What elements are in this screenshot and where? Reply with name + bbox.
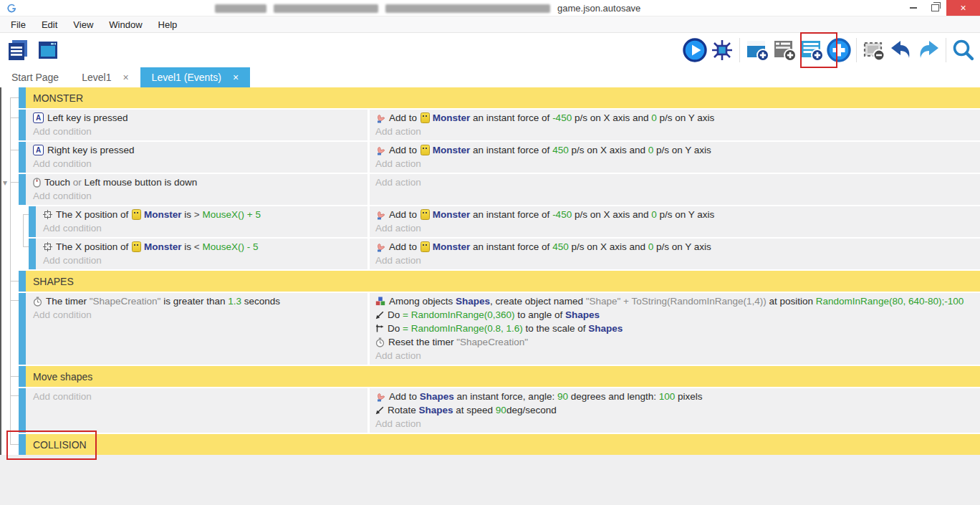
action-line[interactable]: Do = RandomInRange(0.8, 1.6) to the scal… xyxy=(375,322,980,335)
action-line[interactable]: Add to Monster an instant force of 450 p… xyxy=(375,143,980,157)
condition-line[interactable]: The X position of Monster is > MouseX() … xyxy=(43,208,368,221)
group-header-move-shapes[interactable]: Move shapes xyxy=(26,366,980,387)
event-row[interactable]: Touch or Left mouse button is downAdd co… xyxy=(19,174,980,205)
actions-column: Add to Monster an instant force of -450 … xyxy=(370,206,980,237)
event-row[interactable]: The X position of Monster is < MouseX() … xyxy=(29,239,980,269)
condition-line[interactable]: The X position of Monster is < MouseX() … xyxy=(43,240,368,254)
tab-level1-events[interactable]: Level1 (Events)× xyxy=(140,67,250,87)
actions-column: Add action xyxy=(370,174,980,205)
minimize-button[interactable] xyxy=(902,0,924,16)
text-segment: p/s on X axis and xyxy=(572,208,651,221)
add-action-link[interactable]: Add action xyxy=(375,254,980,267)
event-row[interactable]: The timer "ShapeCreation" is greater tha… xyxy=(19,293,980,365)
event-group-row[interactable]: MONSTER xyxy=(19,87,980,108)
action-line[interactable]: Among objects Shapes, create object name… xyxy=(375,294,980,308)
add-condition-link[interactable]: Add condition xyxy=(33,125,368,138)
condition-line[interactable]: ARight key is pressed xyxy=(33,143,368,157)
condition-line[interactable]: ALeft key is pressed xyxy=(33,111,368,125)
event-group-row[interactable]: Move shapes xyxy=(19,366,980,387)
tab-level1[interactable]: Level1× xyxy=(70,67,140,87)
add-action-link[interactable]: Add action xyxy=(375,417,980,431)
keyboard-key-icon: A xyxy=(33,112,44,123)
group-header-collision[interactable]: COLLISION xyxy=(26,434,980,455)
condition-line[interactable]: Touch or Left mouse button is down xyxy=(33,175,368,189)
event-row[interactable]: ALeft key is pressedAdd conditionAdd to … xyxy=(19,110,980,140)
add-condition-link[interactable]: Add condition xyxy=(33,308,368,322)
window-title: game.json.autosave xyxy=(215,3,640,14)
text-segment: Do xyxy=(388,308,403,322)
add-scene-icon[interactable] xyxy=(744,35,771,65)
text-segment: "Shape" + ToString(RandomInRange(1,4)) xyxy=(586,294,767,308)
tab-label: Start Page xyxy=(11,72,59,83)
menu-edit[interactable]: Edit xyxy=(34,19,65,30)
text-segment: deg/second xyxy=(506,403,557,417)
add-condition-link[interactable]: Add condition xyxy=(33,390,368,403)
add-condition-link[interactable]: Add condition xyxy=(43,254,368,267)
add-external-events-icon[interactable] xyxy=(771,35,798,65)
event-row[interactable]: Add conditionAdd to Shapes an instant fo… xyxy=(19,388,980,433)
action-line[interactable]: Add to Monster an instant force of 450 p… xyxy=(375,240,980,254)
action-line[interactable]: Reset the timer "ShapeCreation" xyxy=(375,335,980,349)
monster-object-icon xyxy=(421,145,430,155)
text-segment: Monster xyxy=(433,111,471,125)
text-segment: an instant force of xyxy=(470,143,552,157)
text-segment: 450 xyxy=(552,143,569,157)
collapse-arrow-icon[interactable]: ▾ xyxy=(3,178,7,188)
redo-icon[interactable] xyxy=(915,35,942,65)
text-segment: The X position of xyxy=(56,208,131,221)
text-segment: at position xyxy=(767,294,816,308)
add-action-link[interactable]: Add action xyxy=(375,349,980,362)
remove-instance-icon[interactable] xyxy=(860,35,888,65)
action-line[interactable]: Add to Monster an instant force of -450 … xyxy=(375,208,980,221)
event-group-row[interactable]: SHAPES xyxy=(19,271,980,292)
menu-file[interactable]: File xyxy=(3,19,34,30)
event-row[interactable]: ARight key is pressedAdd conditionAdd to… xyxy=(19,142,980,173)
debug-icon[interactable] xyxy=(708,35,736,65)
add-action-link[interactable]: Add action xyxy=(375,125,980,138)
tab-close-icon[interactable]: × xyxy=(233,72,239,83)
text-segment: Add to xyxy=(389,111,420,125)
add-condition-link[interactable]: Add condition xyxy=(33,189,368,203)
timer-icon xyxy=(375,337,385,347)
text-segment: Right key is pressed xyxy=(47,143,135,157)
actions-column: Add to Shapes an instant force, angle: 9… xyxy=(370,388,980,433)
text-segment: p/s on Y axis xyxy=(657,111,715,125)
condition-line[interactable]: The timer "ShapeCreation" is greater tha… xyxy=(33,294,368,308)
add-condition-link[interactable]: Add condition xyxy=(33,157,368,170)
close-button[interactable]: × xyxy=(946,0,980,16)
action-line[interactable]: Add to Shapes an instant force, angle: 9… xyxy=(375,390,980,403)
tab-close-icon[interactable]: × xyxy=(123,72,128,83)
tab-start-page[interactable]: Start Page xyxy=(0,67,70,87)
play-icon[interactable] xyxy=(681,35,708,65)
conditions-column: The X position of Monster is < MouseX() … xyxy=(36,239,368,269)
add-action-link[interactable]: Add action xyxy=(375,175,980,189)
restore-button[interactable] xyxy=(924,0,946,16)
undo-icon[interactable] xyxy=(888,35,915,65)
group-header-shapes[interactable]: SHAPES xyxy=(26,271,980,292)
actions-column: Add to Monster an instant force of 450 p… xyxy=(370,142,980,173)
position-icon xyxy=(43,210,52,219)
force-icon xyxy=(375,242,385,252)
text-segment: 0 xyxy=(648,143,654,157)
menu-bar: FileEditViewWindowHelp xyxy=(0,16,980,33)
search-icon[interactable] xyxy=(950,35,977,65)
add-condition-link[interactable]: Add condition xyxy=(43,221,368,235)
action-line[interactable]: Rotate Shapes at speed 90deg/second xyxy=(375,403,980,417)
titlebar: game.json.autosave × xyxy=(0,0,980,16)
add-action-link[interactable]: Add action xyxy=(375,157,980,170)
action-line[interactable]: Add to Monster an instant force of -450 … xyxy=(375,111,980,125)
text-segment: seconds xyxy=(241,294,280,308)
event-group-row[interactable]: COLLISION xyxy=(19,434,980,455)
action-line[interactable]: Do = RandomInRange(0,360) to angle of Sh… xyxy=(375,308,980,322)
event-row[interactable]: The X position of Monster is > MouseX() … xyxy=(29,206,980,237)
menu-window[interactable]: Window xyxy=(101,19,150,30)
text-segment: or xyxy=(70,175,85,189)
redacted-title-segment xyxy=(274,4,378,13)
add-action-link[interactable]: Add action xyxy=(375,221,980,235)
menu-view[interactable]: View xyxy=(65,19,101,30)
menu-help[interactable]: Help xyxy=(150,19,186,30)
scene-editor-icon[interactable] xyxy=(34,35,62,65)
project-manager-icon[interactable] xyxy=(4,35,32,65)
text-segment: 450 xyxy=(552,240,569,254)
group-header-monster[interactable]: MONSTER xyxy=(26,87,980,108)
